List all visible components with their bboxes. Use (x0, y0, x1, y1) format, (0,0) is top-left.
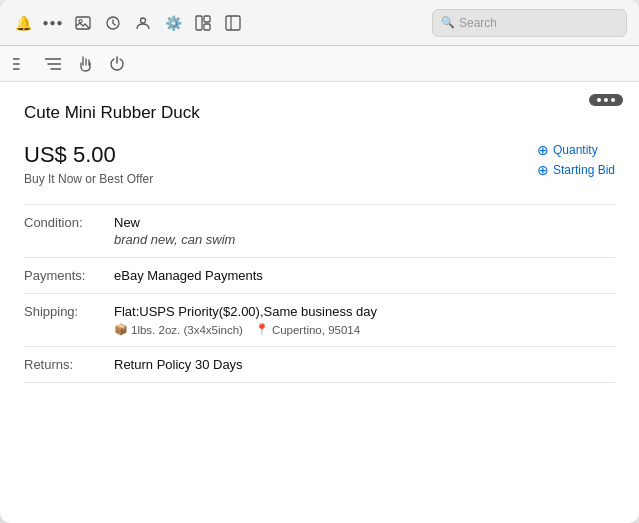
starting-bid-action[interactable]: ⊕ Starting Bid (537, 162, 615, 178)
power-icon[interactable] (106, 53, 128, 75)
package-icon: 📦 (114, 323, 128, 336)
payments-label: Payments: (24, 268, 114, 283)
price-subtitle: Buy It Now or Best Offer (24, 172, 153, 186)
search-input[interactable] (459, 16, 618, 30)
more-button[interactable] (589, 94, 623, 106)
hand-icon[interactable] (74, 53, 96, 75)
quantity-plus-icon: ⊕ (537, 142, 549, 158)
shipping-location-item: 📍 Cupertino, 95014 (255, 323, 360, 336)
returns-row: Returns: Return Policy 30 Days (24, 347, 615, 383)
toolbar: 🔔 ●●● ⚙️ (0, 0, 639, 46)
shipping-label: Shipping: (24, 304, 114, 336)
indent-view-icon[interactable] (42, 53, 64, 75)
payments-row: Payments: eBay Managed Payments (24, 258, 615, 294)
returns-label: Returns: (24, 357, 114, 372)
price-left: US$ 5.00 Buy It Now or Best Offer (24, 142, 153, 186)
bell-icon[interactable]: 🔔 (12, 12, 34, 34)
layout-icon[interactable] (222, 12, 244, 34)
starting-bid-plus-icon: ⊕ (537, 162, 549, 178)
starting-bid-label: Starting Bid (553, 163, 615, 177)
condition-main: New (114, 215, 140, 230)
price-value: US$ 5.00 (24, 142, 153, 168)
main-window: 🔔 ●●● ⚙️ (0, 0, 639, 523)
shipping-sub-details: 📦 1lbs. 2oz. (3x4x5inch) 📍 Cupertino, 95… (114, 323, 615, 336)
condition-label: Condition: (24, 215, 114, 247)
svg-rect-7 (226, 16, 240, 30)
gear-icon[interactable]: ⚙️ (162, 12, 184, 34)
secondary-toolbar (0, 46, 639, 82)
svg-rect-4 (196, 16, 202, 30)
quantity-action[interactable]: ⊕ Quantity (537, 142, 598, 158)
dot-3 (611, 98, 615, 102)
shipping-weight: 1lbs. 2oz. (3x4x5inch) (131, 324, 243, 336)
condition-note: brand new, can swim (114, 232, 615, 247)
person-icon[interactable] (132, 12, 154, 34)
search-icon: 🔍 (441, 16, 455, 29)
image-icon[interactable] (72, 12, 94, 34)
shipping-row: Shipping: Flat:USPS Priority($2.00),Same… (24, 294, 615, 347)
dot-1 (597, 98, 601, 102)
condition-value: New brand new, can swim (114, 215, 615, 247)
shipping-location: Cupertino, 95014 (272, 324, 360, 336)
grid-icon[interactable] (192, 12, 214, 34)
svg-point-3 (141, 18, 146, 23)
condition-row: Condition: New brand new, can swim (24, 205, 615, 258)
price-section: US$ 5.00 Buy It Now or Best Offer ⊕ Quan… (24, 142, 615, 186)
returns-value: Return Policy 30 Days (114, 357, 615, 372)
details-table: Condition: New brand new, can swim Payme… (24, 204, 615, 383)
shipping-value: Flat:USPS Priority($2.00),Same business … (114, 304, 615, 336)
shipping-main: Flat:USPS Priority($2.00),Same business … (114, 304, 377, 319)
product-title: Cute Mini Rubber Duck (24, 102, 615, 124)
svg-rect-5 (204, 16, 210, 22)
payments-value: eBay Managed Payments (114, 268, 615, 283)
shipping-weight-item: 📦 1lbs. 2oz. (3x4x5inch) (114, 323, 243, 336)
list-view-icon[interactable] (10, 53, 32, 75)
quantity-label: Quantity (553, 143, 598, 157)
search-bar[interactable]: 🔍 (432, 9, 627, 37)
more-dots-icon[interactable]: ●●● (42, 12, 64, 34)
svg-rect-6 (204, 24, 210, 30)
clock-icon[interactable] (102, 12, 124, 34)
svg-point-1 (79, 19, 82, 22)
location-icon: 📍 (255, 323, 269, 336)
price-actions: ⊕ Quantity ⊕ Starting Bid (537, 142, 615, 178)
dot-2 (604, 98, 608, 102)
content-area: Cute Mini Rubber Duck US$ 5.00 Buy It No… (0, 82, 639, 523)
